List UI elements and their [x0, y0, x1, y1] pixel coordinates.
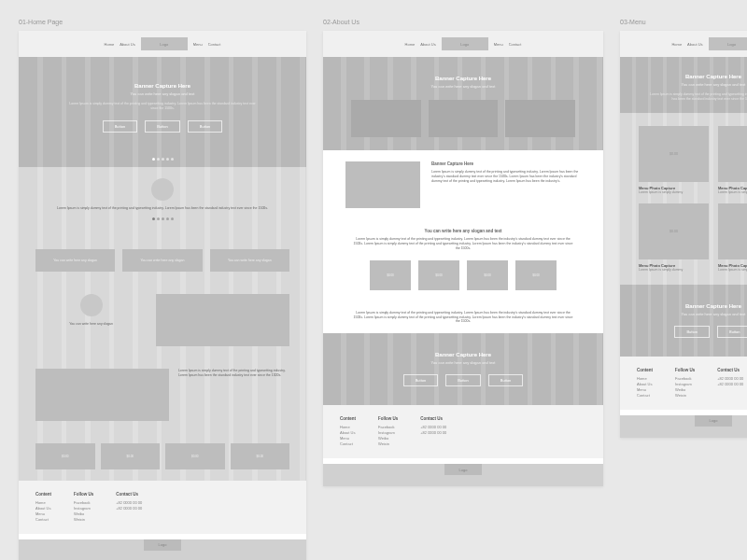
about-hero: Banner Capture Here You can write here a… — [323, 57, 603, 150]
wireframe-menu: Home About Us Logo Banner Capture Here Y… — [620, 31, 747, 438]
menu-hero-body: Lorem Ipsum is simply dummy text of the … — [648, 92, 747, 102]
cta-btn-2[interactable]: Button — [717, 326, 747, 338]
header-nav: Home About Us Logo Menu Contact — [19, 31, 306, 57]
hero-body: Lorem Ipsum is simply dummy text of the … — [47, 102, 278, 111]
image-placeholder-1 — [156, 294, 289, 346]
nav-home[interactable]: Home — [105, 42, 115, 47]
about-row-title: Banner Capture Here — [431, 161, 581, 167]
about-cta: Banner Capture Here You can write here a… — [323, 333, 603, 405]
menu-photo-icon: $0.00 — [718, 126, 747, 182]
carousel-dots-2[interactable] — [35, 211, 289, 227]
two-col-row-1: You can write here any slogan — [19, 283, 306, 357]
footer-content-heading: Content — [35, 492, 51, 497]
nav-menu[interactable]: Menu — [494, 42, 503, 47]
header-nav: Home About Us Logo — [620, 31, 747, 57]
hero-button-2[interactable]: Button — [145, 120, 180, 133]
menu-sub: Lorem Ipsum is simply dummy — [639, 268, 709, 272]
about-box-4[interactable]: $0.00 — [515, 260, 557, 290]
menu-hero-sub: You can write here any slogan and text — [648, 82, 747, 87]
footer-phone: +82 0000 00 00 — [717, 382, 743, 387]
carousel-dots[interactable] — [19, 151, 306, 167]
hero-button-1[interactable]: Button — [103, 120, 138, 133]
about-img-1 — [351, 100, 421, 137]
small-card-3[interactable]: $0.00 — [165, 443, 225, 469]
feature-card-2[interactable]: You can write here any slogan — [122, 249, 202, 272]
about-box-2[interactable]: $0.00 — [418, 260, 459, 290]
footer-link[interactable]: Weixin — [74, 517, 93, 523]
menu-hero-title: Banner Capture Here — [648, 74, 747, 79]
nav-contact[interactable]: Contact — [509, 42, 522, 47]
image-placeholder-2 — [35, 369, 169, 421]
about-img-2 — [429, 100, 499, 137]
footer-contact-heading: Contact Us — [116, 492, 142, 497]
footer-link[interactable]: Contact — [340, 441, 356, 447]
menu-item-1[interactable]: $0.00 Menu Photo Capture Lorem Ipsum is … — [639, 126, 709, 194]
footer-link[interactable]: Contact — [35, 517, 51, 523]
about-four-row: $0.00 $0.00 $0.00 $0.00 — [323, 260, 603, 301]
small-card-2[interactable]: $0.00 — [101, 443, 161, 469]
footer-logo[interactable]: Logo — [695, 415, 732, 427]
footer-link[interactable]: Weixin — [378, 441, 398, 447]
hero-subtitle: You can write here any slogan and text — [47, 91, 278, 96]
footer-link[interactable]: About Us — [35, 506, 51, 511]
footer-bottom: Logo — [19, 539, 306, 560]
wireframe-about: Home About Us Logo Menu Contact Banner C… — [323, 31, 603, 486]
text-placeholder: You can write here any slogan — [35, 322, 147, 327]
three-card-row: You can write here any slogan You can wr… — [19, 238, 306, 283]
avatar-circle — [151, 178, 174, 201]
nav-logo[interactable]: Logo — [709, 37, 747, 50]
feature-card-1[interactable]: You can write here any slogan — [35, 249, 115, 272]
footer-logo[interactable]: Logo — [444, 464, 482, 475]
footer: Content Home About Us Menu Contact Follo… — [323, 405, 603, 458]
footer-link[interactable]: About Us — [637, 382, 653, 387]
menu-sub: Lorem Ipsum is simply dummy — [639, 190, 709, 194]
header-nav: Home About Us Logo Menu Contact — [323, 31, 603, 57]
cta-btn-2[interactable]: Button — [445, 374, 481, 386]
small-card-1[interactable]: $0.00 — [35, 443, 95, 469]
footer-contact-heading: Contact Us — [717, 368, 743, 372]
about-center-2: Lorem Ipsum is simply dummy text of the … — [323, 301, 603, 334]
footer-phone: +82 0000 00 00 — [420, 430, 446, 436]
about-box-1[interactable]: $0.00 — [370, 260, 411, 290]
nav-about[interactable]: About Us — [687, 42, 702, 47]
menu-photo-icon: $0.00 — [718, 203, 747, 259]
nav-logo[interactable]: Logo — [141, 37, 188, 50]
menu-photo-icon: $0.00 — [639, 203, 709, 259]
hero-button-3[interactable]: Button — [188, 120, 223, 133]
footer-logo[interactable]: Logo — [144, 539, 181, 551]
feature-card-3[interactable]: You can write here any slogan — [210, 249, 289, 272]
menu-item-4[interactable]: $0.00 Menu Photo Capture Lorem Ipsum is … — [718, 203, 747, 272]
menu-item-2[interactable]: $0.00 Menu Photo Capture Lorem Ipsum is … — [718, 126, 747, 194]
nav-contact[interactable]: Contact — [208, 42, 221, 47]
cta-btn-1[interactable]: Button — [674, 326, 710, 338]
nav-logo[interactable]: Logo — [442, 37, 488, 50]
footer-contact-heading: Contact Us — [420, 416, 446, 421]
hero-home: Banner Capture Here You can write here a… — [19, 57, 306, 167]
nav-about[interactable]: About Us — [420, 42, 435, 47]
frame-label-home: 01-Home Page — [19, 19, 306, 25]
menu-hero: Banner Capture Here You can write here a… — [620, 57, 747, 113]
footer: Content Home About Us Menu Contact Follo… — [19, 481, 306, 534]
footer-follow-heading: Follow Us — [378, 416, 398, 421]
footer-content-heading: Content — [340, 416, 356, 421]
footer-link[interactable]: Weixin — [675, 393, 695, 399]
footer-bottom: Logo — [323, 464, 603, 486]
cta-btn-1[interactable]: Button — [403, 374, 439, 386]
cta-btn-3[interactable]: Button — [488, 374, 524, 386]
nav-home[interactable]: Home — [405, 42, 416, 47]
small-card-4[interactable]: $0.00 — [231, 443, 290, 469]
menu-item-3[interactable]: $0.00 Menu Photo Capture Lorem Ipsum is … — [639, 203, 709, 272]
about-center-title: You can write here any slogan and text — [351, 229, 575, 233]
footer-phone: +82 0000 00 00 — [116, 500, 142, 506]
about-box-3[interactable]: $0.00 — [467, 260, 508, 290]
about-hero-sub: You can write here any slogan and text — [351, 84, 575, 89]
nav-menu[interactable]: Menu — [193, 42, 203, 47]
about-row-image — [345, 161, 420, 208]
cta-sub: You can write here any slogan and text — [351, 360, 575, 365]
cta-title: Banner Capture Here — [648, 303, 747, 309]
nav-home[interactable]: Home — [671, 42, 682, 47]
footer-phone: +82 0000 00 00 — [717, 376, 743, 382]
nav-about[interactable]: About Us — [120, 42, 134, 47]
section-intro: Lorem Ipsum is simply dummy text of the … — [19, 167, 306, 238]
footer-link[interactable]: Contact — [637, 393, 653, 399]
